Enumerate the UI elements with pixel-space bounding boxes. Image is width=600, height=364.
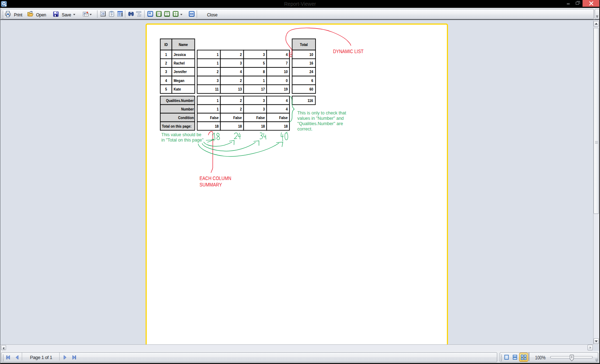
svg-text:1: 1	[263, 78, 265, 83]
svg-text:Name: Name	[179, 42, 188, 47]
svg-text:6: 6	[311, 78, 313, 83]
svg-text:2: 2	[240, 107, 242, 111]
svg-text:3: 3	[263, 52, 265, 57]
svg-text:3: 3	[263, 98, 265, 103]
svg-text:EACH COLUMN: EACH COLUMN	[200, 175, 231, 181]
svg-text:1: 1	[217, 52, 219, 57]
svg-text:0: 0	[286, 78, 288, 83]
svg-text:18: 18	[284, 124, 288, 128]
svg-text:1: 1	[217, 98, 219, 103]
svg-text:3: 3	[217, 78, 218, 83]
svg-text:"Qualities.Number" are: "Qualities.Number" are	[297, 121, 343, 126]
svg-text:11: 11	[215, 87, 219, 91]
svg-text:2: 2	[240, 52, 242, 57]
svg-text:1: 1	[165, 52, 167, 57]
svg-text:5: 5	[263, 61, 265, 65]
svg-text:3: 3	[165, 70, 167, 74]
svg-text:False: False	[210, 116, 218, 120]
svg-text:values in "Number" and: values in "Number" and	[297, 116, 344, 121]
svg-text:Rachel: Rachel	[174, 61, 185, 65]
svg-text:This is only to check that: This is only to check that	[297, 110, 346, 116]
svg-text:4: 4	[165, 78, 167, 83]
svg-text:7: 7	[286, 61, 288, 65]
svg-text:Qualities.Number: Qualities.Number	[166, 98, 194, 103]
svg-text:False: False	[279, 116, 288, 120]
svg-text:100%: 100%	[535, 355, 546, 360]
svg-text:16: 16	[309, 61, 313, 65]
svg-text:18: 18	[238, 124, 242, 128]
svg-text:Jessica: Jessica	[174, 52, 186, 57]
svg-text:4: 4	[240, 70, 242, 74]
svg-text:correct.: correct.	[297, 126, 313, 132]
svg-text:19: 19	[284, 87, 288, 91]
svg-text:Total on this page:: Total on this page:	[162, 124, 192, 128]
svg-text:60: 60	[309, 87, 313, 91]
svg-text:1: 1	[217, 61, 219, 65]
svg-text:10: 10	[309, 52, 313, 57]
svg-text:False: False	[256, 116, 265, 120]
svg-text:17: 17	[261, 87, 265, 91]
svg-text:5: 5	[165, 87, 167, 91]
svg-text:Number: Number	[181, 107, 194, 111]
svg-text:Condition: Condition	[178, 116, 194, 120]
svg-text:2: 2	[240, 98, 242, 103]
svg-text:Megan: Megan	[174, 78, 185, 83]
svg-text:4: 4	[286, 52, 288, 57]
svg-text:This value should be: This value should be	[161, 132, 201, 137]
svg-text:3: 3	[240, 61, 242, 65]
svg-text:Jennifer: Jennifer	[174, 70, 187, 74]
svg-text:3: 3	[263, 107, 265, 111]
svg-text:24: 24	[309, 70, 313, 74]
svg-text:4: 4	[286, 98, 288, 103]
svg-text:2: 2	[165, 61, 167, 65]
svg-text:in "Total on this page": in "Total on this page"	[161, 137, 203, 143]
svg-text:116: 116	[308, 98, 313, 103]
svg-text:False: False	[233, 116, 242, 120]
svg-text:4: 4	[286, 107, 288, 111]
svg-text:18: 18	[215, 124, 219, 128]
svg-text:2: 2	[217, 70, 218, 74]
svg-text:1: 1	[217, 107, 219, 111]
svg-text:13: 13	[238, 87, 242, 91]
svg-text:DYNAMIC LIST: DYNAMIC LIST	[333, 48, 364, 54]
svg-text:18: 18	[261, 124, 265, 128]
svg-text:Kate: Kate	[174, 87, 181, 91]
svg-text:10: 10	[284, 70, 288, 74]
svg-text:ID: ID	[165, 42, 168, 47]
svg-text:2: 2	[240, 78, 242, 83]
svg-text:8: 8	[263, 70, 265, 74]
svg-text:SUMMARY: SUMMARY	[200, 181, 222, 188]
svg-text:Total: Total	[300, 42, 308, 47]
